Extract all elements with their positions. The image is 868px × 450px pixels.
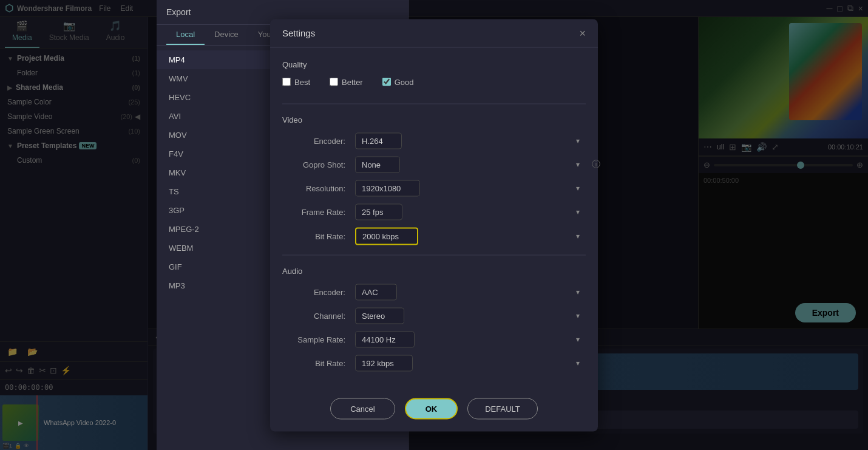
resolution-select-wrapper: 1920x1080 (355, 180, 586, 196)
audio-bitrate-label: Bit Rate: (282, 358, 355, 367)
framerate-label: Frame Rate: (282, 207, 355, 216)
settings-dialog-header: Settings × (270, 19, 598, 47)
samplerate-select[interactable]: 44100 Hz (355, 331, 415, 347)
quality-better[interactable]: Better (330, 77, 363, 86)
resolution-label: Resolution: (282, 183, 355, 193)
quality-best-checkbox[interactable] (282, 78, 291, 86)
channel-select[interactable]: Stereo (355, 307, 404, 324)
audio-encoder-select-wrapper: AAC (355, 284, 586, 300)
framerate-select[interactable]: 25 fps (355, 203, 402, 220)
samplerate-select-wrapper: 44100 Hz (355, 331, 586, 347)
default-button[interactable]: DEFAULT (467, 398, 538, 419)
quality-better-checkbox[interactable] (330, 78, 338, 86)
quality-best-label: Best (294, 77, 310, 86)
resolution-row: Resolution: 1920x1080 (282, 180, 586, 196)
encoder-select-wrapper: H.264 (355, 132, 586, 149)
channel-label: Channel: (282, 311, 355, 320)
framerate-select-wrapper: 25 fps (355, 203, 586, 220)
channel-row: Channel: Stereo (282, 307, 586, 324)
audio-encoder-row: Encoder: AAC (282, 284, 586, 300)
export-tab-local[interactable]: Local (166, 25, 205, 45)
audio-bitrate-select-wrapper: 192 kbps (355, 355, 586, 371)
gopro-select[interactable]: None (355, 156, 400, 172)
cancel-button[interactable]: Cancel (330, 398, 395, 419)
quality-section-title: Quality (282, 60, 586, 69)
audio-section-title: Audio (282, 266, 586, 275)
video-bitrate-row: Bit Rate: 2000 kbps (282, 227, 586, 245)
video-bitrate-select-wrapper: 2000 kbps (355, 227, 586, 245)
settings-dialog: Settings × Quality Best Better Good Vide… (270, 19, 598, 431)
video-section-title: Video (282, 115, 586, 124)
settings-footer: Cancel OK DEFAULT (270, 388, 598, 431)
audio-encoder-label: Encoder: (282, 287, 355, 296)
export-dialog-title: Export (166, 7, 191, 17)
quality-better-label: Better (342, 77, 363, 86)
encoder-label: Encoder: (282, 136, 355, 145)
resolution-select[interactable]: 1920x1080 (355, 180, 420, 196)
video-divider (282, 103, 586, 104)
quality-options: Best Better Good (282, 77, 586, 89)
audio-bitrate-row: Bit Rate: 192 kbps (282, 355, 586, 371)
encoder-select[interactable]: H.264 (355, 132, 402, 149)
gopro-label: Gopro Shot: (282, 160, 355, 169)
settings-body: Quality Best Better Good Video Encoder: … (270, 47, 598, 388)
audio-bitrate-select[interactable]: 192 kbps (355, 355, 413, 371)
samplerate-label: Sample Rate: (282, 335, 355, 344)
audio-encoder-select[interactable]: AAC (355, 284, 397, 300)
quality-good[interactable]: Good (382, 77, 414, 86)
video-bitrate-select[interactable]: 2000 kbps (355, 227, 418, 245)
encoder-row: Encoder: H.264 (282, 132, 586, 149)
quality-good-label: Good (395, 77, 414, 86)
audio-divider (282, 254, 586, 255)
gopro-select-wrapper: None ⓘ (355, 156, 586, 172)
settings-title: Settings (282, 28, 315, 38)
export-tab-device[interactable]: Device (205, 25, 248, 45)
samplerate-row: Sample Rate: 44100 Hz (282, 331, 586, 347)
ok-button[interactable]: OK (405, 398, 458, 419)
framerate-row: Frame Rate: 25 fps (282, 203, 586, 220)
gopro-row: Gopro Shot: None ⓘ (282, 156, 586, 172)
quality-good-checkbox[interactable] (382, 78, 391, 86)
video-bitrate-label: Bit Rate: (282, 231, 355, 240)
settings-close-button[interactable]: × (579, 27, 586, 38)
help-icon[interactable]: ⓘ (592, 159, 600, 170)
channel-select-wrapper: Stereo (355, 307, 586, 324)
quality-best[interactable]: Best (282, 77, 310, 86)
